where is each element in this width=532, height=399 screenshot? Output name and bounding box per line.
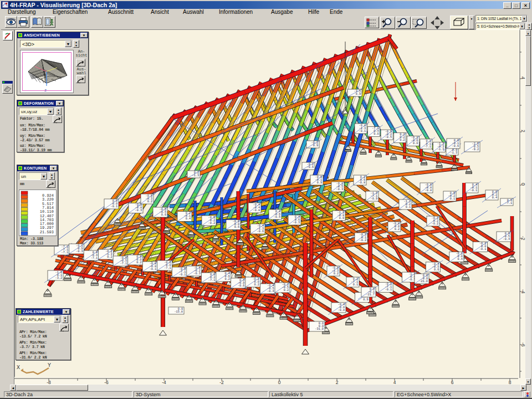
svg-text:-0.8: -0.8 <box>359 181 365 185</box>
svg-text:-0.6: -0.6 <box>257 230 264 233</box>
svg-text:-1.3: -1.3 <box>437 148 444 151</box>
svg-text:-7.1: -7.1 <box>208 279 215 282</box>
svg-text:-7.1: -7.1 <box>120 262 127 265</box>
svg-text:-0.8: -0.8 <box>253 209 260 212</box>
svg-text:-0.1: -0.1 <box>385 288 392 291</box>
svg-text:-0.6: -0.6 <box>307 166 314 169</box>
svg-text:-0.3: -0.3 <box>193 272 200 275</box>
svg-text:0.4: 0.4 <box>492 196 497 200</box>
svg-text:-9.2: -9.2 <box>472 148 479 151</box>
svg-text:0.2: 0.2 <box>334 272 339 275</box>
svg-text:-0.5: -0.5 <box>274 216 280 219</box>
svg-text:0.1: 0.1 <box>353 283 358 287</box>
svg-text:0.6: 0.6 <box>234 226 239 229</box>
svg-text:21.593: 21.593 <box>40 230 54 234</box>
svg-text:-1.3: -1.3 <box>192 174 199 177</box>
svg-text:-3.2: -3.2 <box>55 277 62 280</box>
svg-text:-0.2: -0.2 <box>360 239 366 242</box>
svg-text:-0.6: -0.6 <box>238 284 244 288</box>
svg-text:-7.1: -7.1 <box>91 257 98 260</box>
svg-text:-0.8: -0.8 <box>425 189 432 192</box>
svg-text:0.6: 0.6 <box>434 268 439 272</box>
svg-text:0.1: 0.1 <box>450 197 455 201</box>
svg-text:X: X <box>17 365 20 371</box>
svg-text:-0.1: -0.1 <box>179 273 186 277</box>
svg-text:0.2: 0.2 <box>147 200 152 203</box>
svg-text:-0.1: -0.1 <box>470 189 477 192</box>
svg-text:2: 2 <box>520 130 525 132</box>
svg-text:-0.3: -0.3 <box>76 250 83 253</box>
svg-text:-7.1: -7.1 <box>424 145 431 149</box>
svg-text:0.4: 0.4 <box>186 217 191 221</box>
svg-text:-0.9: -0.9 <box>371 197 377 201</box>
svg-text:-0.2: -0.2 <box>208 222 215 225</box>
svg-text:-1.3: -1.3 <box>451 151 457 155</box>
svg-text:0.9: 0.9 <box>317 181 322 185</box>
svg-text:0.6: 0.6 <box>161 213 166 217</box>
svg-text:0.2: 0.2 <box>107 255 112 259</box>
svg-text:0.9: 0.9 <box>313 144 318 147</box>
svg-text:-6: -6 <box>520 342 525 347</box>
svg-text:0.2: 0.2 <box>284 289 289 292</box>
svg-text:-0.1: -0.1 <box>479 248 486 251</box>
svg-text:4: 4 <box>520 76 525 79</box>
svg-text:8.9: 8.9 <box>356 93 361 96</box>
svg-text:-15.8: -15.8 <box>174 310 183 314</box>
svg-text:0: 0 <box>520 183 525 186</box>
svg-text:-31.0: -31.0 <box>315 328 324 331</box>
svg-text:-0.1: -0.1 <box>359 130 366 133</box>
svg-text:-7.1: -7.1 <box>505 202 512 205</box>
svg-text:0.2: 0.2 <box>136 261 141 264</box>
svg-text:-0.3: -0.3 <box>293 221 300 224</box>
svg-text:0.0: 0.0 <box>413 142 418 145</box>
svg-text:-21.7: -21.7 <box>366 293 375 296</box>
svg-text:0.9: 0.9 <box>363 298 368 301</box>
svg-text:-2: -2 <box>520 236 525 241</box>
svg-text:-7.1: -7.1 <box>62 251 68 254</box>
svg-text:-0.6: -0.6 <box>452 145 459 148</box>
svg-text:-0.2: -0.2 <box>432 222 438 226</box>
svg-text:0.2: 0.2 <box>254 283 259 287</box>
svg-text:-0.1: -0.1 <box>150 268 156 271</box>
svg-text:0.0: 0.0 <box>339 217 344 220</box>
svg-text:0.1: 0.1 <box>406 206 411 209</box>
svg-text:0.0: 0.0 <box>374 132 378 136</box>
svg-text:-7.1: -7.1 <box>164 267 171 270</box>
svg-text:-21.0: -21.0 <box>419 280 428 283</box>
svg-text:-4: -4 <box>520 289 525 294</box>
svg-text:-0.4: -0.4 <box>267 290 274 293</box>
svg-text:0.2: 0.2 <box>395 228 400 231</box>
svg-text:-0.4: -0.4 <box>503 238 510 241</box>
svg-text:-0.5: -0.5 <box>385 136 392 139</box>
svg-text:-0.8: -0.8 <box>338 309 345 312</box>
svg-text:-0.1: -0.1 <box>111 205 117 208</box>
svg-text:0.4: 0.4 <box>458 258 463 261</box>
svg-text:0.2: 0.2 <box>225 278 230 281</box>
svg-text:-0.3: -0.3 <box>135 209 142 212</box>
svg-text:-0.3: -0.3 <box>336 188 343 191</box>
svg-text:0.2: 0.2 <box>400 139 405 142</box>
